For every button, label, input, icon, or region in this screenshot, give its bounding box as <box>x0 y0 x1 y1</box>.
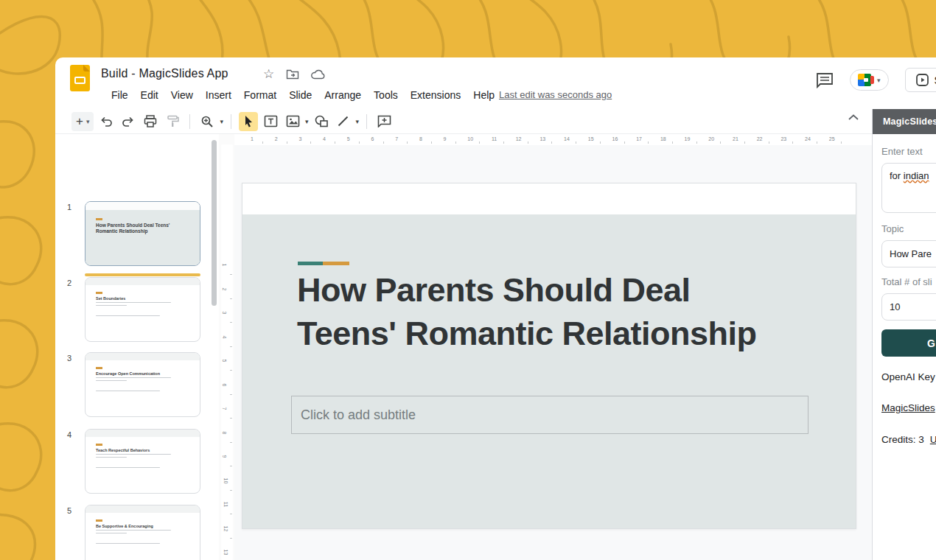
cloud-status-icon[interactable] <box>311 69 326 80</box>
vertical-ruler: 1234567891011121314 <box>221 144 233 560</box>
menu-help[interactable]: Help <box>469 87 499 103</box>
filmstrip-scrollbar[interactable] <box>212 140 217 306</box>
generate-button[interactable]: G <box>881 329 936 357</box>
accent-orange-segment <box>323 262 349 265</box>
slide-thumbnail-5[interactable]: Be Supportive & Encouraging <box>85 505 200 560</box>
credits-text: Credits: 3 <box>881 434 924 445</box>
paint-format-button[interactable] <box>163 112 182 131</box>
menu-file[interactable]: File <box>107 87 133 103</box>
chevron-down-icon: ▾ <box>877 77 881 84</box>
undo-button[interactable] <box>97 112 116 131</box>
menu-arrange[interactable]: Arrange <box>320 87 366 103</box>
menu-extensions[interactable]: Extensions <box>406 87 465 103</box>
move-folder-icon[interactable] <box>286 69 299 80</box>
horizontal-ruler: 1234567891011121314151617181920212223242… <box>234 135 872 145</box>
last-edit-status[interactable]: Last edit was seconds ago <box>499 89 612 100</box>
misspelled-word: indian <box>904 170 929 181</box>
hide-menus-chevron[interactable] <box>848 113 859 121</box>
chevron-down-icon[interactable]: ▾ <box>356 118 360 125</box>
enter-text-input[interactable]: for indian <box>881 163 936 213</box>
menu-bar: FileEditViewInsertFormatSlideArrangeTool… <box>107 87 499 103</box>
thumbnail-title: Encourage Open Communication <box>96 371 200 376</box>
slideshow-play-icon <box>916 74 929 86</box>
menu-insert[interactable]: Insert <box>201 87 236 103</box>
thumbnail-title: Teach Respectful Behaviors <box>96 448 200 452</box>
thumbnail-title: How Parents Should Deal Teens' Romantic … <box>96 223 179 234</box>
slide-number: 2 <box>61 279 71 287</box>
menu-format[interactable]: Format <box>240 87 281 103</box>
accent-teal-segment <box>298 262 323 265</box>
zoom-button[interactable] <box>198 112 217 131</box>
thumbnail-title: Set Boundaries <box>96 296 200 301</box>
document-title[interactable]: Build - MagicSlides App <box>101 67 228 80</box>
slide-insert-indicator <box>85 273 200 276</box>
insert-shape-button[interactable] <box>312 112 331 131</box>
topic-input[interactable]: How Pare <box>881 240 936 267</box>
enter-text-label: Enter text <box>881 146 936 157</box>
slide-thumbnail-1[interactable]: How Parents Should Deal Teens' Romantic … <box>85 201 200 266</box>
slide-accent-bar <box>298 262 349 265</box>
chevron-down-icon[interactable]: ▾ <box>86 118 90 125</box>
openai-key-label: OpenAI Key <box>881 371 936 382</box>
insert-comment-button[interactable] <box>374 112 394 131</box>
slide-number: 3 <box>61 354 71 363</box>
new-slide-button[interactable]: +▾ <box>71 112 94 131</box>
slide-title-textbox[interactable]: How Parents Should Deal Teens' Romantic … <box>297 268 813 355</box>
slide-canvas: How Parents Should Deal Teens' Romantic … <box>234 145 872 560</box>
panel-header[interactable]: MagicSlides.a <box>873 109 936 134</box>
text-box-button[interactable] <box>261 112 280 131</box>
slide-number: 4 <box>61 430 71 439</box>
slide-thumbnail-4[interactable]: Teach Respectful Behaviors <box>85 429 200 494</box>
subtitle-placeholder[interactable]: Click to add subtitle <box>291 396 808 434</box>
slides-count-label: Total # of sli <box>881 276 936 287</box>
google-meet-icon <box>858 74 874 86</box>
select-tool-button[interactable] <box>239 112 258 131</box>
slide-number: 1 <box>61 203 71 211</box>
menu-tools[interactable]: Tools <box>369 87 402 103</box>
slide-number: 5 <box>61 506 71 515</box>
redo-button[interactable] <box>119 112 138 131</box>
slide-title-line2: Teens' Romantic Relationship <box>297 312 813 355</box>
google-slides-logo[interactable] <box>70 65 90 91</box>
toolbar: +▾ ▾ ▾ <box>55 109 872 134</box>
insert-line-button[interactable] <box>334 112 353 131</box>
menu-view[interactable]: View <box>167 87 198 103</box>
slide-title-line1: How Parents Should Deal <box>297 268 813 312</box>
insert-image-button[interactable] <box>283 112 302 131</box>
slides-count-input[interactable]: 10 <box>881 293 936 321</box>
slide-filmstrip: 1How Parents Should Deal Teens' Romantic… <box>55 134 219 560</box>
comment-history-icon[interactable] <box>816 72 834 88</box>
menu-edit[interactable]: Edit <box>136 87 163 103</box>
magicslides-link[interactable]: MagicSlides <box>881 402 935 413</box>
star-icon[interactable]: ☆ <box>263 66 274 82</box>
slide-thumbnail-2[interactable]: Set Boundaries <box>85 277 200 342</box>
menu-slide[interactable]: Slide <box>284 87 316 103</box>
magicslides-panel: MagicSlides.a Enter text for indian Topi… <box>872 109 936 560</box>
thumbnail-title: Be Supportive & Encouraging <box>96 524 200 528</box>
topic-label: Topic <box>881 223 936 234</box>
chevron-down-icon[interactable]: ▾ <box>220 118 223 125</box>
google-slides-window: Build - MagicSlides App ☆ FileEditViewIn… <box>55 57 936 560</box>
chevron-down-icon[interactable]: ▾ <box>305 118 309 125</box>
current-slide[interactable]: How Parents Should Deal Teens' Romantic … <box>242 183 856 529</box>
meet-button[interactable]: ▾ <box>850 69 889 91</box>
print-button[interactable] <box>141 112 160 131</box>
slideshow-button[interactable]: S <box>905 68 936 92</box>
slide-thumbnail-3[interactable]: Encourage Open Communication <box>85 352 200 417</box>
credits-upgrade-link[interactable]: U <box>930 434 936 445</box>
